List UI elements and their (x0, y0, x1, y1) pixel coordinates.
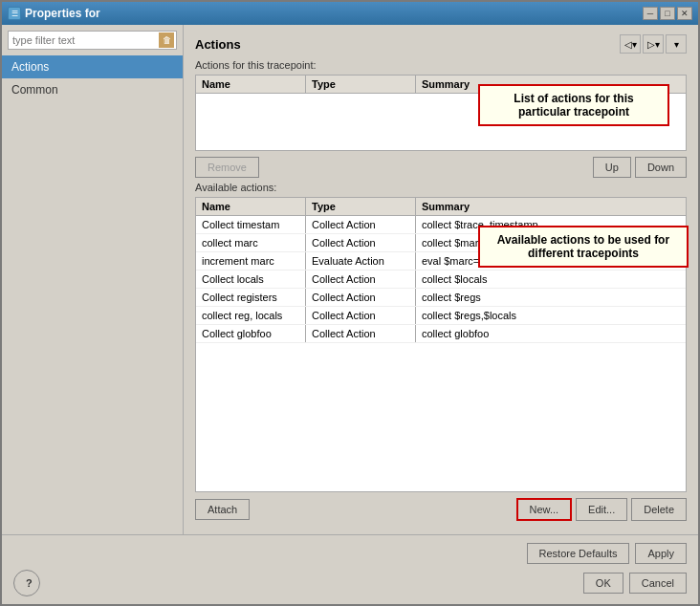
avail-row-type: Collect Action (306, 307, 416, 324)
up-button[interactable]: Up (593, 157, 631, 178)
available-table-row[interactable]: collect reg, localsCollect Actioncollect… (196, 307, 686, 325)
filter-box: 🗑 (8, 31, 177, 50)
panel-title: Actions (195, 37, 241, 52)
available-table-row[interactable]: Collect globfooCollect Actioncollect glo… (196, 325, 686, 343)
help-button[interactable]: ? (13, 570, 40, 596)
avail-row-type: Collect Action (306, 216, 416, 233)
delete-button[interactable]: Delete (631, 498, 687, 521)
avail-row-type: Collect Action (306, 325, 416, 342)
avail-row-summary: collect globfoo (416, 325, 686, 342)
tooltip-actions-tracepoint: List of actions for this particular trac… (478, 84, 669, 126)
back-button[interactable]: ◁▾ (620, 34, 641, 54)
new-button[interactable]: New... (516, 498, 573, 521)
new-edit-delete-group: New... Edit... Delete (516, 498, 688, 521)
available-table-header: Name Type Summary (196, 198, 686, 216)
avail-col-type: Type (306, 198, 416, 215)
filter-clear-button[interactable]: 🗑 (159, 32, 174, 48)
title-bar-left: ☰ Properties for (8, 7, 100, 20)
minimize-button[interactable]: ─ (643, 7, 658, 20)
main-content: 🗑 Actions Common Actions ◁▾ (2, 25, 698, 534)
avail-row-name: Collect registers (196, 289, 306, 306)
title-bar: ☰ Properties for ─ □ ✕ (2, 2, 698, 25)
actions-tracepoint-label: Actions for this tracepoint: (195, 59, 687, 71)
filter-input[interactable] (8, 31, 177, 50)
avail-row-type: Collect Action (306, 271, 416, 288)
window-title: Properties for (25, 7, 100, 20)
actions-col-name: Name (196, 76, 306, 93)
avail-row-summary: collect $locals (416, 271, 686, 288)
bottom-section: Restore Defaults Apply ? OK Cancel (2, 534, 698, 604)
remove-actions-row: Remove Up Down (195, 157, 687, 178)
maximize-button[interactable]: □ (660, 7, 675, 20)
avail-row-name: Collect locals (196, 271, 306, 288)
cancel-button[interactable]: Cancel (629, 573, 687, 594)
footer-row-1: Restore Defaults Apply (13, 543, 687, 564)
avail-row-type: Collect Action (306, 289, 416, 306)
available-actions-label: Available actions: (195, 182, 687, 193)
ok-button[interactable]: OK (583, 573, 623, 594)
avail-row-name: increment marc (196, 252, 306, 270)
sidebar: 🗑 Actions Common (2, 25, 184, 534)
restore-defaults-button[interactable]: Restore Defaults (527, 543, 630, 564)
title-controls: ─ □ ✕ (643, 7, 692, 20)
main-window: ☰ Properties for ─ □ ✕ 🗑 Actions Common (0, 0, 700, 606)
avail-col-summary: Summary (416, 198, 686, 215)
footer-row-2: ? OK Cancel (13, 570, 687, 596)
avail-row-name: collect reg, locals (196, 307, 306, 324)
avail-row-summary: collect $regs (416, 289, 686, 306)
available-actions-buttons-row: Attach New... Edit... Delete (195, 498, 687, 521)
avail-row-name: collect marc (196, 234, 306, 251)
available-table-row[interactable]: Collect registersCollect Actioncollect $… (196, 289, 686, 307)
actions-col-type: Type (306, 76, 416, 93)
remove-button[interactable]: Remove (195, 157, 259, 178)
apply-button[interactable]: Apply (635, 543, 687, 564)
forward-icon: ▷▾ (647, 39, 660, 50)
sidebar-item-actions[interactable]: Actions (2, 55, 183, 78)
back-icon: ◁▾ (624, 39, 637, 50)
edit-button[interactable]: Edit... (576, 498, 627, 521)
close-button[interactable]: ✕ (677, 7, 692, 20)
avail-row-type: Evaluate Action (306, 252, 416, 270)
avail-row-summary: collect $regs,$locals (416, 307, 686, 324)
panel-toolbar: ◁▾ ▷▾ ▾ (620, 34, 687, 54)
window-body: 🗑 Actions Common Actions ◁▾ (2, 25, 698, 604)
menu-button[interactable]: ▾ (666, 34, 687, 54)
avail-row-name: Collect globfoo (196, 325, 306, 342)
ok-cancel-group: OK Cancel (583, 573, 687, 594)
attach-button[interactable]: Attach (195, 499, 250, 520)
avail-row-type: Collect Action (306, 234, 416, 251)
avail-col-name: Name (196, 198, 306, 215)
down-button[interactable]: Down (635, 157, 687, 178)
available-table-row[interactable]: Collect localsCollect Actioncollect $loc… (196, 271, 686, 289)
tooltip-available-actions: Available actions to be used for differe… (478, 226, 689, 268)
avail-row-name: Collect timestam (196, 216, 306, 233)
menu-icon: ▾ (674, 39, 679, 50)
sidebar-item-common[interactable]: Common (2, 78, 183, 101)
up-down-group: Up Down (593, 157, 687, 178)
main-panel: Actions ◁▾ ▷▾ ▾ List (184, 25, 698, 534)
forward-button[interactable]: ▷▾ (643, 34, 664, 54)
panel-header: Actions ◁▾ ▷▾ ▾ (195, 34, 687, 54)
window-icon: ☰ (8, 7, 21, 20)
